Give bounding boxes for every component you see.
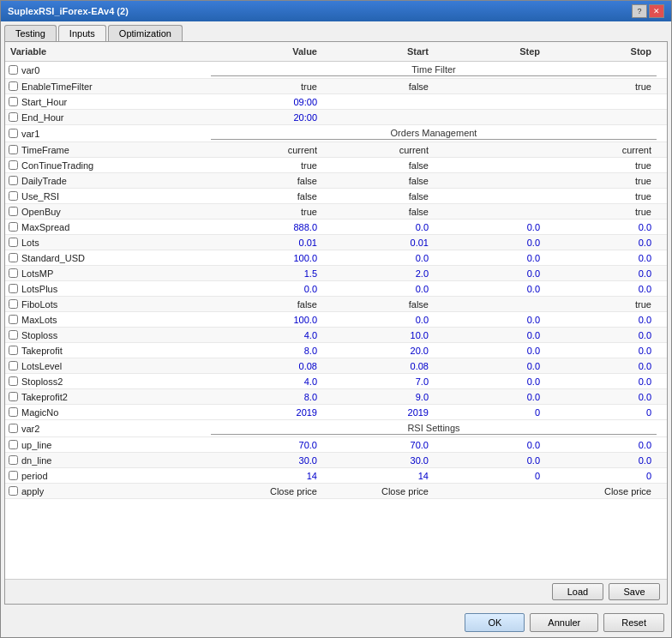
row-step-cell[interactable]: 0 xyxy=(434,470,545,482)
row-start-cell[interactable]: 0.0 xyxy=(322,252,434,264)
row-step-cell[interactable] xyxy=(434,165,545,166)
row-step-cell[interactable] xyxy=(434,304,545,305)
row-step-cell[interactable]: 0.0 xyxy=(434,237,545,249)
row-stop-cell[interactable]: true xyxy=(545,175,657,187)
row-start-cell[interactable]: 0.0 xyxy=(322,314,434,326)
row-start-cell[interactable]: false xyxy=(322,81,434,93)
row-value-cell[interactable]: 70.0 xyxy=(211,439,322,451)
row-stop-cell[interactable]: 0 xyxy=(545,406,657,418)
row-checkbox[interactable] xyxy=(9,81,18,91)
row-checkbox[interactable] xyxy=(9,440,18,449)
row-start-cell[interactable]: false xyxy=(322,190,434,202)
tab-testing[interactable]: Testing xyxy=(4,25,57,41)
row-stop-cell[interactable]: current xyxy=(545,144,657,156)
row-start-cell[interactable]: Close price xyxy=(322,485,434,497)
row-start-cell[interactable]: 20.0 xyxy=(322,345,434,357)
row-start-cell[interactable]: 2.0 xyxy=(322,268,434,280)
row-value-cell[interactable]: true xyxy=(211,160,322,172)
row-step-cell[interactable] xyxy=(434,86,545,87)
row-start-cell[interactable] xyxy=(322,117,434,118)
row-stop-cell[interactable]: true xyxy=(545,81,657,93)
row-checkbox[interactable] xyxy=(9,361,18,370)
row-start-cell[interactable]: 2019 xyxy=(322,406,434,418)
row-stop-cell[interactable]: true xyxy=(545,206,657,218)
row-checkbox[interactable] xyxy=(9,330,18,340)
row-step-cell[interactable] xyxy=(434,196,545,197)
row-start-cell[interactable]: false xyxy=(322,175,434,187)
row-start-cell[interactable]: 9.0 xyxy=(322,391,434,403)
row-step-cell[interactable]: 0.0 xyxy=(434,439,545,451)
row-step-cell[interactable] xyxy=(434,180,545,182)
row-checkbox[interactable] xyxy=(9,407,18,417)
row-step-cell[interactable]: 0.0 xyxy=(434,314,545,326)
row-step-cell[interactable]: 0.0 xyxy=(434,329,545,341)
row-step-cell[interactable]: 0.0 xyxy=(434,283,545,295)
row-step-cell[interactable]: 0.0 xyxy=(434,221,545,233)
row-checkbox[interactable] xyxy=(9,222,18,232)
row-checkbox[interactable] xyxy=(9,145,18,154)
row-value-cell[interactable]: true xyxy=(211,206,322,218)
row-start-cell[interactable]: 14 xyxy=(322,470,434,482)
row-value-cell[interactable]: true xyxy=(211,81,322,93)
save-button[interactable]: Save xyxy=(609,583,660,600)
row-start-cell[interactable]: 10.0 xyxy=(322,329,434,341)
close-button[interactable]: ✕ xyxy=(649,4,664,18)
row-start-cell[interactable]: 0.0 xyxy=(322,221,434,233)
row-checkbox[interactable] xyxy=(9,392,18,401)
annuler-button[interactable]: Annuler xyxy=(530,613,598,632)
section-checkbox[interactable] xyxy=(9,65,18,75)
section-checkbox[interactable] xyxy=(9,424,18,433)
row-start-cell[interactable]: false xyxy=(322,206,434,218)
row-stop-cell[interactable]: 0.0 xyxy=(545,252,657,264)
row-checkbox[interactable] xyxy=(9,268,18,278)
row-value-cell[interactable]: 8.0 xyxy=(211,391,322,403)
row-value-cell[interactable]: 09:00 xyxy=(211,96,322,108)
row-checkbox[interactable] xyxy=(9,176,18,185)
row-step-cell[interactable] xyxy=(434,211,545,213)
row-stop-cell[interactable]: 0.0 xyxy=(545,268,657,280)
row-step-cell[interactable]: 0.0 xyxy=(434,345,545,357)
row-stop-cell[interactable] xyxy=(545,117,657,118)
row-step-cell[interactable] xyxy=(434,491,545,492)
row-checkbox[interactable] xyxy=(9,376,18,386)
row-checkbox[interactable] xyxy=(9,97,18,106)
reset-button[interactable]: Reset xyxy=(603,613,664,632)
row-value-cell[interactable]: 8.0 xyxy=(211,345,322,357)
row-value-cell[interactable]: 0.08 xyxy=(211,360,322,372)
row-checkbox[interactable] xyxy=(9,471,18,480)
row-value-cell[interactable]: current xyxy=(211,144,322,156)
row-step-cell[interactable]: 0.0 xyxy=(434,360,545,372)
row-stop-cell[interactable]: true xyxy=(545,298,657,310)
row-stop-cell[interactable]: 0.0 xyxy=(545,360,657,372)
row-value-cell[interactable]: 30.0 xyxy=(211,454,322,466)
row-start-cell[interactable] xyxy=(322,101,434,103)
row-start-cell[interactable]: current xyxy=(322,144,434,156)
row-value-cell[interactable]: 0.01 xyxy=(211,237,322,249)
row-checkbox[interactable] xyxy=(9,455,18,465)
row-checkbox[interactable] xyxy=(9,284,18,293)
row-checkbox[interactable] xyxy=(9,207,18,216)
row-value-cell[interactable]: 0.0 xyxy=(211,283,322,295)
row-stop-cell[interactable]: 0.0 xyxy=(545,454,657,466)
row-checkbox[interactable] xyxy=(9,253,18,262)
row-checkbox[interactable] xyxy=(9,191,18,201)
row-start-cell[interactable]: 30.0 xyxy=(322,454,434,466)
row-step-cell[interactable]: 0.0 xyxy=(434,391,545,403)
row-value-cell[interactable]: 14 xyxy=(211,470,322,482)
row-stop-cell[interactable]: true xyxy=(545,190,657,202)
row-step-cell[interactable]: 0.0 xyxy=(434,376,545,388)
row-checkbox[interactable] xyxy=(9,238,18,247)
section-checkbox[interactable] xyxy=(9,129,18,138)
row-stop-cell[interactable]: 0.0 xyxy=(545,329,657,341)
row-stop-cell[interactable]: 0.0 xyxy=(545,376,657,388)
row-stop-cell[interactable]: 0 xyxy=(545,470,657,482)
row-checkbox[interactable] xyxy=(9,299,18,309)
row-stop-cell[interactable]: 0.0 xyxy=(545,283,657,295)
row-stop-cell[interactable]: 0.0 xyxy=(545,345,657,357)
row-value-cell[interactable]: 20:00 xyxy=(211,111,322,123)
row-step-cell[interactable] xyxy=(434,149,545,151)
help-button[interactable]: ? xyxy=(632,4,647,18)
row-value-cell[interactable]: false xyxy=(211,298,322,310)
row-value-cell[interactable]: false xyxy=(211,190,322,202)
load-button[interactable]: Load xyxy=(552,583,603,600)
